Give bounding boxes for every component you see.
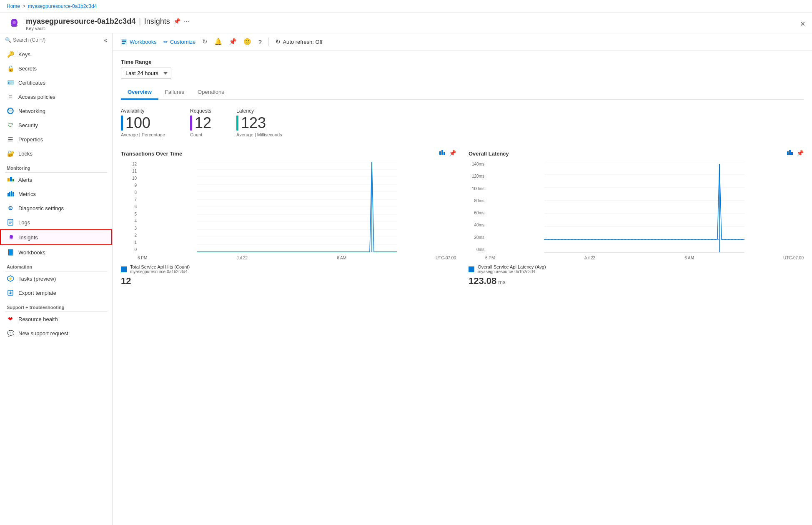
tab-failures[interactable]: Failures — [158, 85, 191, 100]
metric-requests-sub: Count — [190, 132, 211, 137]
transactions-legend-value: 12 — [121, 276, 456, 286]
sidebar-item-insights[interactable]: Insights — [0, 229, 112, 245]
svg-rect-10 — [13, 192, 14, 196]
bell-icon[interactable]: 🔔 — [214, 38, 222, 45]
section-automation: Automation — [0, 259, 112, 271]
new-support-icon: 💬 — [7, 329, 14, 337]
sidebar-item-alerts[interactable]: Alerts — [0, 173, 112, 187]
sidebar-item-keys[interactable]: 🔑 Keys — [0, 47, 112, 61]
x-label-6am-lat: 6 AM — [684, 256, 694, 260]
metric-availability-value-row: 100 — [121, 116, 165, 131]
svg-rect-42 — [789, 150, 791, 155]
metric-requests-value: 12 — [195, 116, 211, 131]
feedback-icon[interactable]: 🙂 — [243, 38, 251, 45]
sidebar-item-networking[interactable]: Networking — [0, 104, 112, 118]
sidebar-collapse-button[interactable]: « — [102, 37, 109, 43]
sidebar-label-properties: Properties — [18, 136, 43, 143]
svg-rect-22 — [122, 41, 126, 42]
metric-availability: Availability 100 Average | Percentage — [121, 108, 165, 137]
sidebar-item-resource-health[interactable]: ❤ Resource health — [0, 312, 112, 326]
sidebar-item-properties[interactable]: ☰ Properties — [0, 132, 112, 146]
transactions-legend-info: Total Service Api Hits (Count) myasegpur… — [130, 264, 190, 274]
sidebar-label-insights: Insights — [19, 234, 38, 241]
y-label-3: 3 — [122, 226, 137, 231]
metric-latency-value: 123 — [241, 116, 266, 131]
requests-bar — [190, 116, 192, 131]
help-icon[interactable]: ? — [258, 38, 262, 45]
y-label-0ms: 0ms — [469, 247, 484, 252]
y-label-0: 0 — [122, 247, 137, 252]
header-pipe: | — [139, 17, 141, 26]
y-label-140ms: 140ms — [469, 162, 484, 166]
pin-icon[interactable]: 📌 — [173, 18, 180, 25]
time-range-select[interactable]: Last 24 hours Last 7 days Last 30 days — [121, 68, 171, 79]
latency-legend-sub: myasegpuresource-0a1b2c3d4 — [478, 269, 546, 274]
metrics-row: Availability 100 Average | Percentage Re… — [121, 100, 804, 141]
sidebar-item-tasks[interactable]: ⚡ Tasks (preview) — [0, 271, 112, 286]
breadcrumb-sep: > — [23, 3, 25, 9]
sidebar-label-certificates: Certificates — [18, 80, 45, 86]
tabs: Overview Failures Operations — [121, 85, 804, 100]
sidebar-label-secrets: Secrets — [18, 65, 37, 72]
sidebar: 🔍 « 🔑 Keys 🔒 Secrets 🪪 Certificates ≡ Ac… — [0, 33, 113, 525]
sidebar-label-security: Security — [18, 122, 38, 128]
breadcrumb-home[interactable]: Home — [7, 3, 20, 9]
sidebar-item-new-support[interactable]: 💬 New support request — [0, 326, 112, 340]
auto-refresh-label: Auto refresh: Off — [283, 39, 322, 45]
refresh-icon[interactable]: ↻ — [202, 38, 208, 45]
auto-refresh-button[interactable]: ↻ Auto refresh: Off — [276, 38, 322, 45]
svg-rect-43 — [791, 152, 793, 155]
sidebar-item-security[interactable]: 🛡 Security — [0, 118, 112, 132]
metric-latency-value-row: 123 — [236, 116, 282, 131]
chart-transactions: Transactions Over Time 📌 12 11 — [121, 150, 456, 286]
sidebar-label-alerts: Alerts — [18, 177, 32, 183]
sidebar-item-secrets[interactable]: 🔒 Secrets — [0, 61, 112, 75]
pin-toolbar-icon[interactable]: 📌 — [229, 38, 237, 45]
page-title: Insights — [144, 17, 170, 26]
breadcrumb-resource[interactable]: myasegpuresource-0a1b2c3d4 — [28, 3, 97, 9]
sidebar-item-access-policies[interactable]: ≡ Access policies — [0, 90, 112, 104]
chart-transactions-expand-icon[interactable] — [439, 150, 446, 158]
sidebar-label-access-policies: Access policies — [18, 94, 55, 100]
resource-health-icon: ❤ — [7, 315, 14, 323]
sidebar-item-diagnostic-settings[interactable]: ⚙ Diagnostic settings — [0, 201, 112, 215]
tab-overview[interactable]: Overview — [121, 85, 158, 100]
sidebar-item-metrics[interactable]: Metrics — [0, 187, 112, 201]
resource-name: myasegpuresource-0a1b2c3d4 — [26, 17, 135, 26]
content-area: Workbooks ✏ Customize ↻ 🔔 📌 🙂 ? ↻ Auto r… — [113, 33, 812, 525]
more-icon[interactable]: ··· — [184, 18, 189, 25]
chart-transactions-title: Transactions Over Time — [121, 151, 182, 157]
chart-latency-expand-icon[interactable] — [787, 150, 793, 158]
y-label-60ms: 60ms — [469, 211, 484, 215]
svg-rect-5 — [10, 177, 12, 181]
customize-button[interactable]: ✏ Customize — [163, 39, 195, 45]
tab-operations[interactable]: Operations — [191, 85, 231, 100]
x-label-utc-lat: UTC-07:00 — [783, 256, 804, 260]
sidebar-label-export-template: Export template — [18, 290, 56, 296]
sidebar-item-export-template[interactable]: Export template — [0, 286, 112, 300]
latency-legend-value-row: 123.08 ms — [469, 276, 804, 286]
sidebar-item-logs[interactable]: Logs — [0, 215, 112, 229]
workbooks-label: Workbooks — [130, 39, 157, 45]
chart-transactions-pin-icon[interactable]: 📌 — [449, 150, 456, 158]
transactions-chart-svg — [138, 162, 456, 254]
latency-legend-info: Overall Service Api Latency (Avg) myaseg… — [478, 264, 546, 274]
workbooks-button[interactable]: Workbooks — [121, 38, 157, 45]
time-range-label: Time Range — [121, 59, 804, 65]
close-icon[interactable]: ✕ — [800, 20, 805, 28]
search-input[interactable] — [13, 37, 102, 43]
latency-chart-svg — [485, 162, 804, 254]
chart-latency-icons: 📌 — [787, 150, 804, 158]
x-label-jul22-lat: Jul 22 — [584, 256, 595, 260]
breadcrumb: Home > myasegpuresource-0a1b2c3d4 — [7, 3, 97, 9]
y-label-2: 2 — [122, 233, 137, 238]
sidebar-item-locks[interactable]: 🔐 Locks — [0, 146, 112, 161]
chart-transactions-icons: 📌 — [439, 150, 456, 158]
chart-latency-pin-icon[interactable]: 📌 — [797, 150, 804, 158]
y-label-10: 10 — [122, 176, 137, 181]
alerts-icon — [7, 176, 14, 183]
sidebar-item-certificates[interactable]: 🪪 Certificates — [0, 75, 112, 90]
x-label-utc: UTC-07:00 — [436, 256, 456, 260]
y-label-5: 5 — [122, 212, 137, 216]
sidebar-item-workbooks[interactable]: 📘 Workbooks — [0, 245, 112, 259]
